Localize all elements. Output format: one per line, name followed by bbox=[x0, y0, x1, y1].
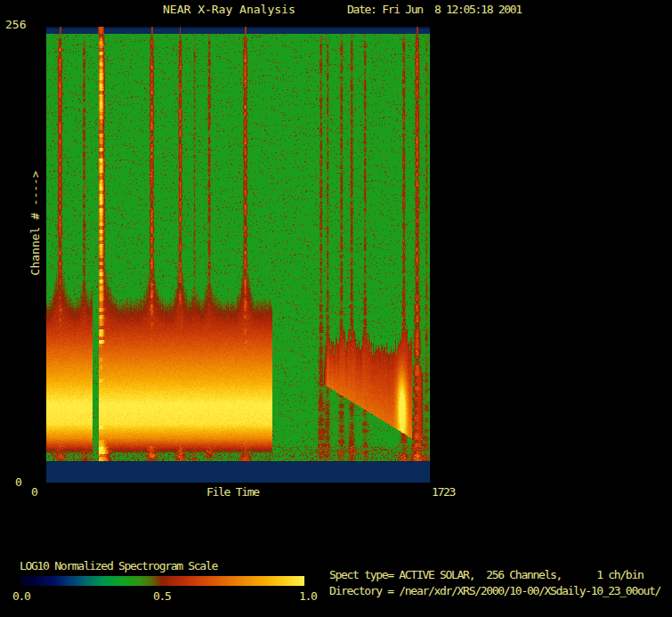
colorbar-tick-min: 0.0 bbox=[12, 590, 30, 602]
y-axis-min-label: 0 bbox=[15, 476, 22, 488]
xray-analysis-window: NEAR X-Ray Analysis Date: Fri Jun 8 12:0… bbox=[0, 0, 672, 617]
x-axis-max-label: 1723 bbox=[432, 486, 455, 498]
colorbar-tick-max: 1.0 bbox=[299, 590, 317, 602]
colorbar-tick-mid: 0.5 bbox=[153, 590, 171, 602]
header-date: Date: Fri Jun 8 12:05:18 2001 bbox=[347, 4, 522, 15]
spectrogram-canvas bbox=[46, 27, 430, 483]
directory-info: Directory = /near/xdr/XRS/2000/10-00/XSd… bbox=[329, 585, 660, 597]
page-title: NEAR X-Ray Analysis bbox=[163, 4, 296, 15]
y-axis-max-label: 256 bbox=[5, 19, 26, 30]
y-axis-title: Channel # ----> bbox=[29, 171, 41, 275]
x-axis-min-label: 0 bbox=[31, 486, 38, 498]
colorbar-gradient bbox=[20, 576, 304, 586]
colorbar-title: LOG10 Normalized Spectrogram Scale bbox=[20, 560, 217, 572]
spect-type-info: Spect type= ACTIVE SOLAR, 256 Channels, … bbox=[329, 569, 643, 580]
x-axis-title: File Time bbox=[206, 486, 259, 498]
